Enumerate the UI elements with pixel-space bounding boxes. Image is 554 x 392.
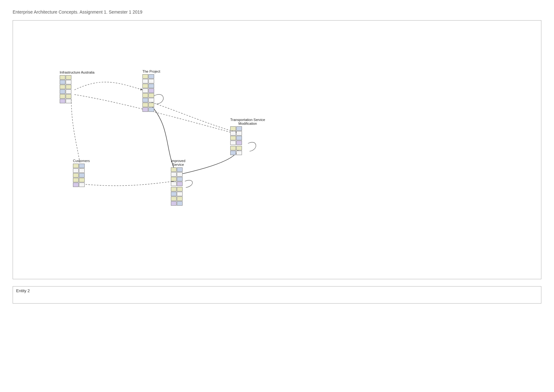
- diagram-inner: Infrastructure Australia: [13, 21, 541, 279]
- arch-stack-customers: [73, 164, 85, 187]
- page-title: Enterprise Architecture Concepts. Assign…: [13, 9, 541, 15]
- diagram-frame: Infrastructure Australia: [13, 20, 541, 279]
- arch-stack-transport: [230, 126, 242, 155]
- node-customers: Customers: [73, 159, 90, 187]
- node-improved-service: Improved Service: [171, 159, 185, 206]
- arch-stack-improved: [171, 167, 183, 206]
- entity-box: Entity 2: [13, 286, 541, 304]
- node-transportation: Transportation Service Modification: [230, 118, 265, 155]
- arch-stack: [60, 75, 71, 103]
- node-infrastructure-australia: Infrastructure Australia: [60, 70, 94, 103]
- arch-stack-project: [142, 74, 154, 112]
- page-container: Enterprise Architecture Concepts. Assign…: [0, 0, 554, 313]
- connections-svg: [13, 21, 541, 279]
- entity-label: Entity 2: [16, 288, 30, 293]
- node-the-project: The Project: [142, 69, 160, 112]
